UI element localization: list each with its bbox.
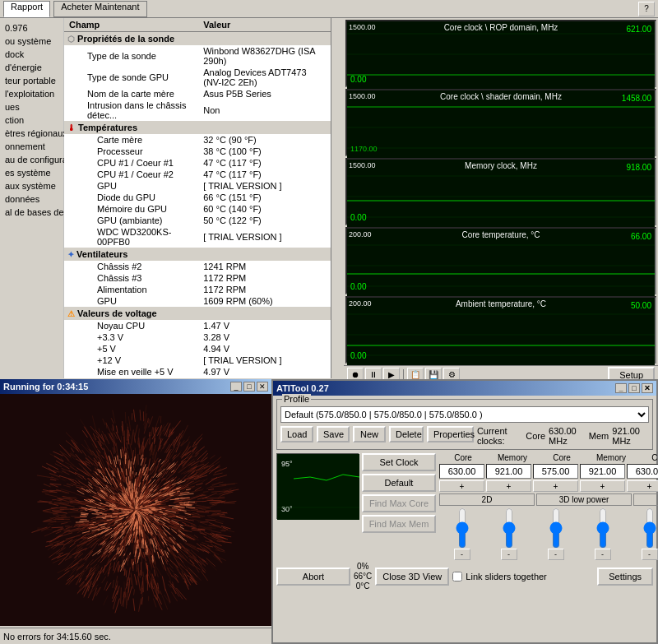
- probe-gpu-value: Analog Devices ADT7473 (NV-I2C 2Eh): [198, 67, 331, 88]
- help-icon[interactable]: ?: [638, 2, 655, 16]
- running-minimize-btn[interactable]: _: [230, 382, 242, 391]
- tab-rapport[interactable]: Rapport: [3, 1, 50, 17]
- link-sliders-checkbox[interactable]: [452, 572, 462, 581]
- sidebar-item-systeme2[interactable]: es système: [0, 166, 63, 179]
- load-button[interactable]: Load: [280, 426, 313, 442]
- running-maximize-btn[interactable]: □: [243, 382, 255, 391]
- atitool-close-btn[interactable]: ✕: [642, 383, 653, 393]
- temp-cpu1: CPU #1 / Coeur #1 47 °C (117 °F): [64, 157, 331, 169]
- therm-icon: 🌡: [67, 123, 76, 132]
- small-graph-preview: 95° 30°: [276, 453, 359, 519]
- abort-button[interactable]: Abort: [276, 568, 350, 586]
- profile-groupbox-title: Profile: [282, 394, 311, 404]
- mem-3dlow-input[interactable]: [580, 464, 625, 479]
- sidebar-item-configura[interactable]: au de configura: [0, 153, 63, 166]
- mem-2d-input[interactable]: [486, 464, 531, 479]
- temp-proc-value: 38 °C (100 °F): [198, 146, 331, 157]
- fan-gpu: GPU 1609 RPM (60%): [64, 295, 331, 307]
- slider-dec-2[interactable]: -: [501, 549, 517, 560]
- volt-gpuvcc-value: [ TRIAL VERSION ]: [198, 378, 331, 378]
- volt-33: +3.3 V 3.28 V: [64, 331, 331, 343]
- svg-text:30°: 30°: [281, 505, 293, 513]
- volt-cpu: Noyau CPU 1.47 V: [64, 320, 331, 331]
- save-button[interactable]: Save: [317, 426, 350, 442]
- sidebar-item-regionaux[interactable]: ètres régionaux: [0, 127, 63, 140]
- freq-headers: Core Memory Core Memory Core Memory: [439, 453, 658, 462]
- temp-diode: Diode du GPU 66 °C (151 °F): [64, 192, 331, 203]
- graph-core-rop-title: Core clock \ ROP domain, MHz: [444, 23, 558, 32]
- volt-cpu-label: Noyau CPU: [64, 320, 198, 331]
- col-champ: Champ: [64, 18, 198, 32]
- current-clocks-label: Current clocks:: [477, 426, 522, 446]
- temp-gpu-value: [ TRIAL VERSION ]: [198, 180, 331, 192]
- core-3dperf-input[interactable]: [627, 464, 658, 479]
- sidebar-item-donnees[interactable]: données: [0, 192, 63, 206]
- freq-columns: Core Memory Core Memory Core Memory: [439, 453, 658, 560]
- graph-core-temp-min: 0.00: [350, 282, 366, 291]
- probe-gpu-type: Type de sonde GPU Analog Devices ADT7473…: [64, 67, 331, 88]
- sidebar-item-exploitation[interactable]: l'exploitation: [0, 87, 63, 100]
- set-clock-button[interactable]: Set Clock: [362, 453, 436, 471]
- delete-button[interactable]: Delete: [389, 426, 424, 442]
- slider-dec-3[interactable]: -: [548, 549, 564, 560]
- atitool-minimize-btn[interactable]: _: [615, 383, 627, 393]
- graph-core-rop-value: 621.00: [626, 25, 651, 34]
- slider-dec-4[interactable]: -: [595, 549, 611, 560]
- sidebar-item-auxsys[interactable]: aux système: [0, 179, 63, 192]
- graph-core-temp: Core temperature, °C 66.00 0.00 200.00: [345, 227, 656, 294]
- temp-hdd-label: WDC WD3200KS-00PFB0: [64, 226, 198, 248]
- core-2d-input[interactable]: [439, 464, 484, 479]
- sidebar-item-0976[interactable]: 0.976: [0, 21, 63, 35]
- new-button[interactable]: New: [353, 426, 386, 442]
- running-close-btn[interactable]: ✕: [257, 382, 268, 391]
- sidebar-item-systeme[interactable]: ou système: [0, 35, 63, 48]
- sidebar-item-onnement[interactable]: onnement: [0, 140, 63, 153]
- graph-core-rop: Core clock \ ROP domain, MHz 621.00 0.00…: [345, 20, 656, 87]
- profile-select[interactable]: Default (575.0/850.0 | 575.0/850.0 | 575…: [280, 406, 649, 423]
- atitool-maximize-btn[interactable]: □: [628, 383, 640, 393]
- label-3d-low: 3D low power: [536, 493, 632, 506]
- core-3dperf-inc-btn[interactable]: +: [627, 480, 658, 492]
- sidebar-item-energie[interactable]: d'énergie: [0, 61, 63, 74]
- core-3dlow-inc-btn[interactable]: +: [533, 480, 578, 492]
- sidebar-item-portable[interactable]: teur portable: [0, 74, 63, 87]
- find-max-core-button[interactable]: Find Max Core: [362, 494, 436, 512]
- fan-chassis3-label: Châssis #3: [64, 272, 198, 284]
- mem-2d-inc-btn[interactable]: +: [486, 480, 531, 492]
- running-titlebar: Running for 0:34:15 _ □ ✕: [0, 379, 271, 394]
- freq-inputs-row: [439, 464, 658, 479]
- volt-33-value: 3.28 V: [198, 331, 331, 343]
- bottom-action-row: Abort 0% 66°C 0°C Close 3D View Link sli…: [276, 562, 653, 591]
- core-3dlow-input[interactable]: [533, 464, 578, 479]
- default-button[interactable]: Default: [362, 474, 436, 492]
- temp-indicators: 0% 66°C 0°C: [354, 562, 372, 591]
- sidebar-item-dock[interactable]: dock: [0, 48, 63, 61]
- volt-gpuvcc-label: GPU Vcc: [64, 378, 198, 378]
- tab-buy[interactable]: Acheter Maintenant: [53, 1, 146, 17]
- scrollbar-stub[interactable]: [331, 18, 344, 378]
- sidebar-nav: 0.976 ou système dock d'énergie teur por…: [0, 18, 64, 378]
- close-3d-button[interactable]: Close 3D View: [375, 568, 449, 586]
- slider-core-2d[interactable]: [456, 507, 469, 549]
- graph-core-shader: Core clock \ shader domain, MHz 1458.00 …: [345, 89, 656, 156]
- core-2d-inc-btn[interactable]: +: [439, 480, 484, 492]
- properties-button[interactable]: Properties: [427, 426, 474, 442]
- sidebar-item-ues[interactable]: ues: [0, 100, 63, 114]
- slider-core-3dlow[interactable]: [549, 507, 563, 549]
- sidebar-item-ction[interactable]: ction: [0, 114, 63, 127]
- sidebar-item-bases[interactable]: al de bases de d: [0, 206, 63, 219]
- link-sliders-row: Link sliders together: [452, 572, 594, 581]
- temp-cpu2-label: CPU #1 / Coeur #2: [64, 169, 198, 180]
- fan-alim-value: 1172 RPM: [198, 284, 331, 295]
- mem-3dlow-inc-btn[interactable]: +: [580, 480, 625, 492]
- slider-mem-3dlow[interactable]: [596, 507, 609, 549]
- slider-dec-5[interactable]: -: [642, 549, 658, 560]
- slider-dec-1[interactable]: -: [454, 549, 470, 560]
- slider-mem-2d[interactable]: [503, 507, 516, 549]
- header-memory2: Memory: [587, 453, 635, 462]
- volt-33-label: +3.3 V: [64, 331, 198, 343]
- find-max-mem-button[interactable]: Find Max Mem: [362, 515, 436, 533]
- slider-core-3dperf[interactable]: [643, 507, 656, 549]
- settings-button[interactable]: Settings: [597, 568, 653, 586]
- temp-carte-value: 32 °C (90 °F): [198, 134, 331, 146]
